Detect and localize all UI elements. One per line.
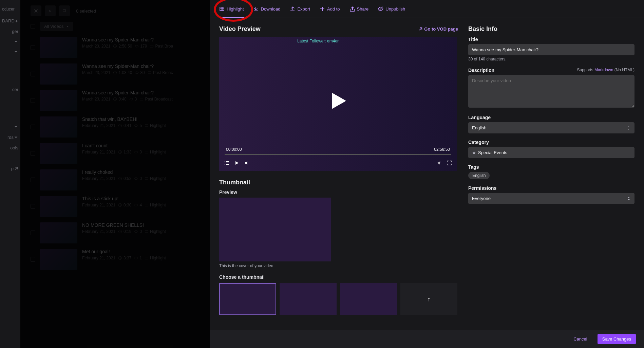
svg-point-21 — [438, 162, 440, 164]
select-all-checkbox[interactable] — [31, 24, 35, 29]
video-list-item[interactable]: This is a stick up!February 21, 20210:30… — [20, 193, 210, 220]
item-checkbox[interactable] — [31, 125, 35, 129]
thumbnail-option[interactable] — [280, 283, 337, 315]
share-icon — [349, 6, 355, 12]
item-checkbox[interactable] — [31, 204, 35, 209]
nav-item[interactable]: cer — [0, 84, 20, 95]
chevron-down-icon — [14, 39, 18, 44]
toolbar-button[interactable] — [31, 5, 41, 16]
action-add-to[interactable]: Add to — [320, 6, 340, 12]
list-toolbar: 0 selected — [20, 3, 210, 18]
video-list-item[interactable]: Wanna see my Spider-Man chair?March 23, … — [20, 34, 210, 61]
item-checkbox[interactable] — [31, 231, 35, 235]
video-list-item[interactable]: I can't countFebruary 21, 20211:330Highl… — [20, 140, 210, 167]
item-thumbnail — [40, 169, 77, 190]
nav-item[interactable]: DARD — [0, 16, 20, 26]
fullscreen-button[interactable] — [447, 160, 452, 167]
type-icon — [150, 44, 154, 48]
seek-bar[interactable] — [225, 154, 451, 155]
nav-item[interactable] — [0, 122, 20, 132]
stream-overlay-text: Latest Follower: em4en — [297, 39, 340, 43]
volume-button[interactable] — [244, 160, 250, 167]
thumbnail-upload[interactable]: ↑ — [400, 283, 457, 315]
video-list-item[interactable]: Wanna see my Spider-Man chair?March 23, … — [20, 87, 210, 114]
play-button[interactable] — [326, 89, 350, 114]
video-list-item[interactable]: Met our goal!February 21, 20213:371Highl… — [20, 246, 210, 273]
chapters-button[interactable] — [224, 160, 229, 167]
nav-item[interactable] — [0, 47, 20, 57]
item-meta: March 23, 20210:403Past Broadcast — [82, 97, 173, 102]
description-label: Description — [468, 68, 494, 73]
item-checkbox[interactable] — [31, 151, 35, 156]
item-meta: February 21, 20213:371Highlight — [82, 256, 166, 260]
footer-bar: Cancel Save Changes — [210, 330, 644, 348]
thumbnail-option[interactable] — [340, 283, 397, 315]
copy-icon — [62, 8, 67, 13]
vod-page-link[interactable]: Go to VOD page — [418, 26, 458, 32]
category-select[interactable]: Special Events — [468, 147, 634, 158]
play-button-small[interactable] — [234, 160, 240, 167]
video-list-item[interactable]: Wanna see my Spider-Man chair?March 23, … — [20, 61, 210, 87]
download-icon — [253, 6, 259, 12]
video-list-column: 0 selected All Videos Wanna see my Spide… — [20, 0, 210, 348]
nav-label-fragment: oducer — [0, 3, 20, 16]
play-icon — [326, 89, 350, 113]
chevron-updown-icon — [627, 126, 631, 130]
video-list-item[interactable]: NO MORE GREEN SHELLS!February 21, 20210:… — [20, 220, 210, 246]
tag-chip[interactable]: English — [468, 172, 490, 179]
svg-rect-19 — [145, 257, 148, 259]
item-checkbox[interactable] — [31, 178, 35, 182]
cancel-button[interactable]: Cancel — [569, 334, 592, 344]
clock-icon — [118, 203, 122, 207]
filter-dropdown[interactable]: All Videos — [40, 22, 73, 31]
item-checkbox[interactable] — [31, 45, 35, 50]
basic-info-heading: Basic Info — [468, 25, 634, 33]
nav-item[interactable] — [0, 37, 20, 47]
language-select[interactable]: English — [468, 122, 634, 133]
nav-item[interactable]: p — [0, 163, 20, 174]
toolbar-button[interactable] — [59, 5, 70, 16]
type-icon — [145, 230, 149, 234]
clock-icon — [113, 97, 117, 101]
svg-rect-5 — [148, 72, 151, 74]
clock-icon — [118, 256, 122, 260]
item-checkbox[interactable] — [31, 98, 35, 103]
thumbnail-option[interactable] — [219, 283, 276, 315]
thumbnail-help-text: This is the cover of your video — [219, 263, 458, 268]
item-thumbnail — [40, 116, 77, 138]
video-list-item[interactable]: I really chokedFebruary 21, 20210:520Hig… — [20, 167, 210, 193]
item-checkbox[interactable] — [31, 257, 35, 262]
chevron-down-icon — [14, 135, 18, 140]
category-icon — [472, 151, 476, 155]
title-input[interactable] — [468, 44, 634, 55]
play-icon — [234, 160, 240, 166]
clock-icon — [118, 177, 122, 181]
save-button[interactable]: Save Changes — [598, 334, 636, 344]
video-player[interactable]: Latest Follower: em4en 00:00:00 02:58:50 — [219, 37, 457, 171]
action-export[interactable]: Export — [290, 6, 310, 12]
selected-count: 0 selected — [76, 8, 96, 14]
thumbnail-preview — [219, 198, 331, 261]
settings-button[interactable] — [436, 160, 442, 167]
nav-item[interactable]: ools — [0, 143, 20, 153]
svg-rect-9 — [145, 125, 148, 127]
nav-item[interactable]: rds — [0, 132, 20, 143]
item-checkbox[interactable] — [31, 72, 35, 76]
toolbar-button[interactable] — [45, 5, 56, 16]
description-input[interactable] — [468, 75, 634, 108]
svg-rect-1 — [63, 10, 65, 12]
item-title: Wanna see my Spider-Man chair? — [82, 63, 173, 69]
type-icon — [139, 97, 144, 101]
permissions-select[interactable]: Everyone — [468, 193, 634, 204]
eye-icon — [134, 177, 138, 181]
video-list-item[interactable]: Snatch that win, BAYBEH!February 21, 202… — [20, 114, 210, 140]
eye-icon — [134, 124, 138, 128]
action-unpublish[interactable]: Unpublish — [378, 6, 405, 12]
nav-item[interactable]: ger — [0, 26, 20, 37]
action-share[interactable]: Share — [349, 6, 369, 12]
action-highlight[interactable]: Highlight — [219, 6, 244, 18]
item-title: I really choked — [82, 169, 166, 175]
chevron-down-icon — [14, 125, 18, 129]
action-download[interactable]: Download — [253, 6, 281, 12]
action-bar: Highlight Download Export Add to Share U… — [210, 0, 644, 18]
